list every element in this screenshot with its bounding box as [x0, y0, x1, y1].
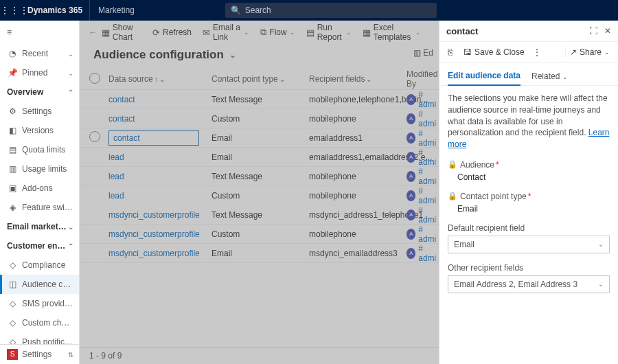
col-recipient-fields[interactable]: Recipient fields⌄ — [309, 74, 407, 84]
nav-area-switcher[interactable]: SSettings⇅ — [0, 344, 79, 364]
nav-versions[interactable]: ◧Versions — [0, 121, 79, 140]
chevron-down-icon[interactable]: ⌄ — [159, 76, 165, 83]
cpt-value: Email — [448, 204, 610, 214]
side-panel: contact ⛶ ✕ ⎘ 🖫Save & Close ⋮ ↗Share⌄ Ed… — [439, 21, 618, 364]
share-button[interactable]: ↗Share⌄ — [565, 47, 614, 57]
nav-audience-config[interactable]: ◫Audience configu... — [0, 275, 79, 294]
cell-recipient-fields: mobilephone — [309, 229, 407, 239]
avatar-icon: A — [407, 229, 415, 240]
table-row[interactable]: msdynci_customerprofileCustommobilephone… — [80, 225, 439, 244]
edit-columns-button[interactable]: ▥ Ed — [413, 48, 433, 58]
modified-by-user[interactable]: A# admi — [407, 128, 439, 148]
new-record-button[interactable]: ⎘ — [444, 47, 459, 57]
nav-addons[interactable]: ▣Add-ons — [0, 179, 79, 198]
data-source-link[interactable]: msdynci_customerprofile — [108, 210, 200, 220]
table-row[interactable]: leadText MessagemobilephoneA# admi — [80, 167, 439, 186]
data-source-link[interactable]: contact — [108, 95, 135, 104]
table-row[interactable]: contactCustommobilephoneA# admi — [80, 109, 439, 128]
cell-recipient-fields: emailaddress1,emailaddress2,e... — [309, 152, 407, 162]
nav-feature-switches[interactable]: ◈Feature switches — [0, 198, 79, 217]
nav-customer-header[interactable]: Customer engagement⌃ — [0, 236, 79, 255]
report-icon: ▤ — [306, 27, 314, 38]
back-button[interactable]: ← — [87, 27, 99, 37]
modified-by-user[interactable]: A# admi — [407, 225, 439, 244]
cmd-refresh[interactable]: ⟳Refresh — [152, 27, 192, 38]
modified-by-user[interactable]: A# admi — [407, 186, 439, 205]
modified-by-user[interactable]: A# admi — [407, 109, 439, 128]
col-modified-by[interactable]: Modified By — [407, 69, 439, 89]
data-source-link[interactable]: msdynci_customerprofile — [108, 229, 200, 239]
chevron-down-icon[interactable]: ⌄ — [415, 29, 421, 36]
table-row[interactable]: msdynci_customerprofileText Messagemsdyn… — [80, 205, 439, 225]
chevron-down-icon[interactable]: ⌄ — [244, 29, 249, 36]
nav-quota[interactable]: ▤Quota limits — [0, 140, 79, 159]
cmd-show-chart[interactable]: ▦Show Chart — [102, 23, 141, 42]
audience-label: 🔒Audience* — [448, 160, 610, 170]
close-icon[interactable]: ✕ — [604, 26, 611, 36]
cmd-excel[interactable]: ▦Excel Templates⌄ — [363, 23, 421, 42]
compliance-icon: ◇ — [7, 260, 18, 270]
col-data-source[interactable]: Data source↑⌄ — [108, 74, 211, 84]
data-source-link[interactable]: lead — [108, 152, 124, 162]
more-commands-button[interactable]: ⋮ — [529, 47, 545, 57]
select-all-checkbox[interactable] — [89, 73, 100, 84]
updown-icon: ⇅ — [68, 351, 73, 359]
addons-icon: ▣ — [7, 183, 18, 193]
usage-icon: ▥ — [7, 164, 18, 174]
nav-email-header[interactable]: Email marketing⌄ — [0, 217, 79, 236]
default-recipient-select[interactable]: Email⌄ — [448, 236, 610, 253]
cmd-flow[interactable]: ⧉Flow⌄ — [260, 27, 295, 38]
view-title[interactable]: Audience configuration⌄ — [80, 44, 439, 69]
nav-compliance[interactable]: ◇Compliance — [0, 255, 79, 275]
chevron-down-icon[interactable]: ⌄ — [279, 76, 285, 83]
table-row[interactable]: leadCustommobilephoneA# admi — [80, 186, 439, 205]
chart-icon: ▦ — [102, 27, 110, 38]
nav-usage[interactable]: ▥Usage limits — [0, 159, 79, 179]
data-source-link[interactable]: msdynci_customerprofile — [108, 249, 200, 258]
cmd-run-report[interactable]: ▤Run Report⌄ — [306, 23, 352, 42]
main-content: ← ▦Show Chart ⟳Refresh ✉Email a Link⌄ ⧉F… — [80, 21, 439, 364]
chevron-down-icon[interactable]: ⌄ — [229, 50, 236, 60]
command-bar: ← ▦Show Chart ⟳Refresh ✉Email a Link⌄ ⧉F… — [80, 21, 439, 44]
cell-contact-point: Text Message — [211, 172, 309, 181]
col-contact-point[interactable]: Contact point type⌄ — [211, 74, 309, 84]
other-recipient-select[interactable]: Email Address 2, Email Address 3⌄ — [448, 275, 610, 293]
table-row[interactable]: contactText Messagemobilephone,telephone… — [80, 90, 439, 109]
table-row[interactable]: msdynci_customerprofileEmailmsdynci_emai… — [80, 244, 439, 263]
modified-by-user[interactable]: A# admi — [407, 244, 439, 263]
nav-overview-header[interactable]: Overview⌃ — [0, 82, 79, 102]
modified-by-user[interactable]: A# admi — [407, 167, 439, 186]
nav-custom-channels[interactable]: ◇Custom channels — [0, 313, 79, 332]
save-icon: 🖫 — [464, 47, 472, 57]
modified-by-user[interactable]: A# admi — [407, 90, 439, 109]
chevron-down-icon[interactable]: ⌄ — [604, 49, 610, 56]
chevron-down-icon[interactable]: ⌄ — [290, 29, 295, 36]
modified-by-user[interactable]: A# admi — [407, 148, 439, 167]
nav-pinned[interactable]: 📌Pinned⌄ — [0, 63, 79, 82]
table-row[interactable]: leadEmailemailaddress1,emailaddress2,e..… — [80, 148, 439, 167]
tab-related[interactable]: Related ⌄ — [531, 71, 568, 85]
row-select[interactable] — [89, 131, 100, 142]
nav-settings[interactable]: ⚙Settings — [0, 102, 79, 121]
app-launcher-icon[interactable]: ⋮⋮⋮ — [0, 5, 21, 16]
chevron-up-icon: ⌃ — [68, 89, 73, 96]
chevron-down-icon[interactable]: ⌄ — [366, 76, 371, 83]
global-search[interactable]: 🔍 Search — [225, 3, 437, 18]
data-source-link[interactable]: contact — [108, 114, 135, 124]
cmd-email-link[interactable]: ✉Email a Link⌄ — [203, 23, 249, 42]
data-source-link[interactable]: contact — [108, 130, 199, 146]
data-source-link[interactable]: lead — [108, 191, 124, 201]
data-source-link[interactable]: lead — [108, 172, 124, 181]
chevron-down-icon[interactable]: ⌄ — [346, 29, 352, 36]
nav-collapse-icon[interactable]: ≡ — [0, 21, 79, 44]
avatar-icon: A — [407, 133, 415, 144]
expand-icon[interactable]: ⛶ — [589, 26, 597, 36]
cell-contact-point: Custom — [211, 114, 309, 124]
save-close-button[interactable]: 🖫Save & Close — [459, 47, 529, 57]
table-row[interactable]: contactEmailemailaddress1A# admi — [80, 128, 439, 148]
modified-by-user[interactable]: A# admi — [407, 205, 439, 225]
chevron-up-icon: ⌃ — [68, 242, 73, 250]
tab-edit-audience[interactable]: Edit audience data — [448, 71, 520, 86]
nav-recent[interactable]: ◔Recent⌄ — [0, 44, 79, 63]
nav-sms-providers[interactable]: ◇SMS providers — [0, 294, 79, 313]
